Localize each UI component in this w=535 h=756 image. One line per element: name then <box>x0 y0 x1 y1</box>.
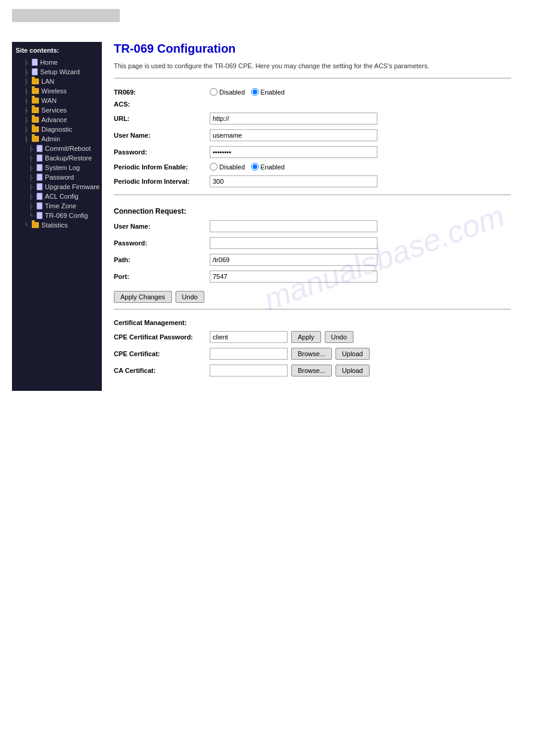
sidebar-item-acl-config[interactable]: ├ ACL Config <box>14 192 99 201</box>
url-label: URL: <box>114 110 210 127</box>
tr069-radio-group: Disabled Enabled <box>210 88 506 96</box>
sidebar-item-time-zone[interactable]: ├ Time Zone <box>14 201 99 211</box>
tr069-enabled-label[interactable]: Enabled <box>251 88 285 96</box>
sidebar-item-system-log[interactable]: ├ System Log <box>14 163 99 172</box>
periodic-interval-label: Periodic Inform Interval: <box>114 173 210 190</box>
page-icon <box>37 212 43 219</box>
sidebar-item-statistics[interactable]: └ Statistics <box>14 220 99 230</box>
sidebar-item-admin[interactable]: ├ Admin <box>14 134 99 144</box>
cpe-cert-password-label: CPE Certificat Password: <box>114 329 210 345</box>
periodic-disabled-radio[interactable] <box>210 163 217 171</box>
url-input[interactable] <box>210 113 377 125</box>
cr-password-label: Password: <box>114 235 210 251</box>
username-label: User Name: <box>114 127 210 144</box>
periodic-enabled-radio[interactable] <box>251 163 259 171</box>
sidebar-item-diagnostic[interactable]: ├ Diagnostic <box>14 125 99 134</box>
acs-section-label: ACS: <box>114 98 210 110</box>
username-input[interactable] <box>210 129 377 141</box>
page-icon <box>37 183 43 190</box>
cert-undo-button[interactable]: Undo <box>325 331 353 343</box>
page-icon <box>37 164 43 171</box>
page-description: This page is used to configure the TR-06… <box>114 62 511 71</box>
cpe-upload-button[interactable]: Upload <box>335 348 370 360</box>
path-label: Path: <box>114 251 210 268</box>
cr-password-input[interactable] <box>210 237 377 249</box>
page-icon <box>37 154 43 162</box>
periodic-interval-input[interactable] <box>210 175 377 187</box>
folder-icon <box>32 117 39 123</box>
tr069-disabled-label[interactable]: Disabled <box>210 88 245 96</box>
tr069-enabled-radio[interactable] <box>251 88 259 96</box>
divider-top <box>114 78 511 78</box>
page-title: TR-069 Configuration <box>114 42 511 56</box>
sidebar-item-commit-reboot[interactable]: ├ Commit/Reboot <box>14 144 99 153</box>
connection-request-header: Connection Request: <box>114 202 511 218</box>
divider-cert <box>114 309 511 309</box>
ca-browse-button[interactable]: Browse... <box>291 365 332 377</box>
folder-icon <box>32 88 39 94</box>
tr069-disabled-radio[interactable] <box>210 88 217 96</box>
page-icon <box>32 68 38 75</box>
folder-icon <box>32 78 39 84</box>
main-button-row: Apply Changes Undo <box>114 291 511 303</box>
undo-button[interactable]: Undo <box>176 291 204 303</box>
main-content: TR-069 Configuration This page is used t… <box>102 42 523 391</box>
sidebar-item-backup-restore[interactable]: ├ Backup/Restore <box>14 153 99 163</box>
port-label: Port: <box>114 268 210 285</box>
cert-management-table: Certificat Management: CPE Certificat Pa… <box>114 317 511 379</box>
path-input[interactable] <box>210 254 377 266</box>
sidebar-item-advance[interactable]: ├ Advance <box>14 115 99 125</box>
main-form-table: TR069: Disabled Enabled <box>114 86 511 190</box>
folder-icon <box>32 222 39 228</box>
password-input[interactable] <box>210 146 377 158</box>
divider-mid <box>114 195 511 195</box>
periodic-disabled-label[interactable]: Disabled <box>210 163 245 171</box>
folder-icon <box>32 126 39 132</box>
sidebar-item-lan[interactable]: ├ LAN <box>14 77 99 86</box>
tr069-label: TR069: <box>114 86 210 98</box>
periodic-radio-group: Disabled Enabled <box>210 163 506 171</box>
cpe-cert-file-input[interactable] <box>210 348 288 360</box>
page-icon <box>37 193 43 200</box>
sidebar-item-wan[interactable]: ├ WAN <box>14 96 99 105</box>
cpe-cert-password-input[interactable] <box>210 331 288 343</box>
periodic-enabled-label[interactable]: Enabled <box>251 163 285 171</box>
ca-upload-button[interactable]: Upload <box>335 365 370 377</box>
sidebar-item-home[interactable]: ├ Home <box>14 57 99 67</box>
page-icon <box>37 145 43 152</box>
sidebar-item-password[interactable]: ├ Password <box>14 172 99 182</box>
page-icon <box>37 174 43 181</box>
folder-icon <box>32 136 39 142</box>
sidebar-item-upgrade-firmware[interactable]: ├ Upgrade Firmware <box>14 182 99 192</box>
sidebar-title: Site contents: <box>14 47 99 54</box>
sidebar-item-setup-wizard[interactable]: ├ Setup Wizard <box>14 67 99 77</box>
sidebar-item-wireless[interactable]: ├ Wireless <box>14 86 99 96</box>
cert-management-label: Certificat Management: <box>114 317 210 329</box>
cr-username-label: User Name: <box>114 218 210 235</box>
page-icon <box>37 202 43 210</box>
ca-cert-label: CA Certificat: <box>114 362 210 379</box>
logo-area <box>12 9 120 22</box>
connection-request-table: User Name: Password: Path: <box>114 218 511 285</box>
sidebar: Site contents: ├ Home ├ Setup Wizard ├ L… <box>12 42 102 391</box>
folder-icon <box>32 107 39 113</box>
cr-username-input[interactable] <box>210 220 377 232</box>
page-icon <box>32 59 38 66</box>
password-label: Password: <box>114 144 210 160</box>
periodic-inform-enable-label: Periodic Inform Enable: <box>114 160 210 173</box>
port-input[interactable] <box>210 271 377 283</box>
cpe-cert-label: CPE Certificat: <box>114 345 210 362</box>
folder-icon <box>32 98 39 104</box>
cert-apply-button[interactable]: Apply <box>291 331 321 343</box>
sidebar-item-tr069-config[interactable]: └ TR-069 Config <box>14 211 99 220</box>
cpe-browse-button[interactable]: Browse... <box>291 348 332 360</box>
ca-cert-file-input[interactable] <box>210 365 288 377</box>
apply-changes-button[interactable]: Apply Changes <box>114 291 172 303</box>
sidebar-item-services[interactable]: ├ Services <box>14 105 99 115</box>
